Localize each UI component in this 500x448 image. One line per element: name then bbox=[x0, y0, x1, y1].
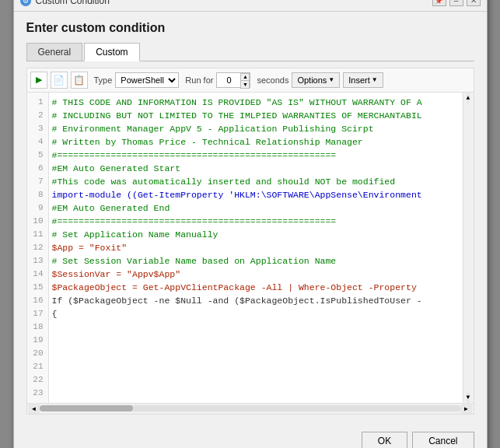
line-number: 18 bbox=[30, 320, 44, 334]
code-line: $App = "Foxit" bbox=[52, 241, 460, 254]
type-select[interactable]: PowerShell bbox=[115, 72, 179, 88]
code-line: If ($PackageObject -ne $Null -and ($Pack… bbox=[52, 294, 460, 307]
title-bar-controls: 📌 – ✕ bbox=[432, 0, 481, 6]
title-bar: ⚙ Custom Condition 📌 – ✕ bbox=[14, 0, 487, 12]
scroll-down-icon[interactable]: ▼ bbox=[467, 392, 470, 403]
line-number: 22 bbox=[30, 373, 44, 387]
h-scroll-track[interactable] bbox=[40, 405, 461, 411]
code-editor[interactable]: 1234567891011121314151617181920212223 # … bbox=[26, 92, 474, 415]
line-number: 4 bbox=[30, 135, 44, 149]
spin-down[interactable]: ▼ bbox=[241, 81, 249, 88]
spinner-buttons: ▲ ▼ bbox=[240, 73, 250, 89]
code-line: $SessionVar = "Appv$App" bbox=[52, 268, 460, 281]
horizontal-scrollbar[interactable]: ◀ ▶ bbox=[27, 403, 474, 414]
code-line: #EM Auto Generated End bbox=[52, 201, 460, 215]
line-number: 20 bbox=[30, 347, 44, 360]
line-number: 19 bbox=[30, 334, 44, 347]
line-number: 16 bbox=[30, 294, 44, 307]
line-number: 2 bbox=[30, 109, 44, 122]
run-for-label: Run for bbox=[185, 75, 213, 85]
toolbar-icon-green[interactable]: ▶ bbox=[30, 72, 47, 89]
line-number: 3 bbox=[30, 122, 44, 135]
scroll-up-icon[interactable]: ▲ bbox=[467, 93, 470, 103]
tab-custom[interactable]: Custom bbox=[84, 43, 139, 61]
close-button[interactable]: ✕ bbox=[467, 0, 481, 6]
line-number: 6 bbox=[30, 162, 44, 175]
line-number: 11 bbox=[30, 228, 44, 241]
line-number: 5 bbox=[30, 149, 44, 162]
line-number: 14 bbox=[30, 268, 44, 281]
code-line: #EM Auto Generated Start bbox=[52, 162, 460, 175]
toolbar-icon-doc[interactable]: 📄 bbox=[51, 72, 68, 89]
line-number: 9 bbox=[30, 201, 44, 215]
type-label: Type bbox=[94, 75, 113, 85]
scroll-right-icon[interactable]: ▶ bbox=[461, 403, 472, 414]
line-number: 15 bbox=[30, 281, 44, 294]
line-number: 17 bbox=[30, 307, 44, 320]
code-scroll-container: 1234567891011121314151617181920212223 # … bbox=[27, 93, 474, 403]
dialog-icon: ⚙ bbox=[20, 0, 31, 6]
line-number: 13 bbox=[30, 254, 44, 268]
code-line: import-module ((Get-ItemProperty 'HKLM:\… bbox=[52, 188, 460, 201]
code-line: # THIS CODE AND INFORMATION IS PROVIDED … bbox=[52, 96, 460, 109]
code-line: # Environment Manager AppV 5 - Applicati… bbox=[52, 122, 460, 135]
line-number: 7 bbox=[30, 175, 44, 188]
code-line: #=======================================… bbox=[52, 215, 460, 228]
line-number: 1 bbox=[30, 96, 44, 109]
line-number: 8 bbox=[30, 188, 44, 201]
scroll-left-icon[interactable]: ◀ bbox=[29, 403, 40, 414]
insert-chevron-icon: ▼ bbox=[372, 76, 378, 83]
code-line: # Set Session Variable Name based on App… bbox=[52, 254, 460, 268]
run-for-spinner[interactable]: ▲ ▼ bbox=[216, 72, 250, 88]
code-content: 1234567891011121314151617181920212223 # … bbox=[27, 93, 463, 403]
line-number: 23 bbox=[30, 387, 44, 400]
spin-up[interactable]: ▲ bbox=[241, 74, 249, 82]
code-line: #=======================================… bbox=[52, 149, 460, 162]
seconds-label: seconds bbox=[257, 75, 288, 85]
run-for-input[interactable] bbox=[217, 73, 240, 87]
minimize-button[interactable]: – bbox=[449, 0, 463, 6]
toolbar: ▶ 📄 📋 Type PowerShell Run for ▲ ▼ second… bbox=[26, 68, 474, 92]
tab-general[interactable]: General bbox=[26, 43, 83, 61]
options-button[interactable]: Options ▼ bbox=[292, 72, 340, 88]
code-line: # Written by Thomas Price - Technical Re… bbox=[52, 135, 460, 149]
line-numbers: 1234567891011121314151617181920212223 bbox=[27, 93, 49, 403]
line-number: 12 bbox=[30, 241, 44, 254]
toolbar-icon-page[interactable]: 📋 bbox=[71, 72, 88, 89]
dialog-heading: Enter custom condition bbox=[26, 21, 474, 35]
code-line: { bbox=[52, 307, 460, 320]
vertical-scrollbar[interactable]: ▲ ▼ bbox=[463, 93, 474, 403]
tabs-container: General Custom bbox=[26, 43, 474, 61]
cancel-button[interactable]: Cancel bbox=[412, 432, 474, 449]
dialog-footer: OK Cancel bbox=[14, 424, 487, 449]
code-line: #This code was automatically inserted an… bbox=[52, 175, 460, 188]
dialog-title: Custom Condition bbox=[36, 0, 110, 6]
line-number: 21 bbox=[30, 360, 44, 373]
pin-button[interactable]: 📌 bbox=[432, 0, 446, 6]
h-scroll-thumb bbox=[40, 405, 133, 411]
custom-condition-dialog: ⚙ Custom Condition 📌 – ✕ Enter custom co… bbox=[13, 0, 488, 448]
code-line: $PackageObject = Get-AppVClientPackage -… bbox=[52, 281, 460, 294]
options-chevron-icon: ▼ bbox=[328, 76, 334, 83]
line-number: 10 bbox=[30, 215, 44, 228]
code-lines: # THIS CODE AND INFORMATION IS PROVIDED … bbox=[49, 93, 463, 403]
ok-button[interactable]: OK bbox=[362, 432, 407, 449]
title-bar-left: ⚙ Custom Condition bbox=[20, 0, 110, 6]
dialog-body: Enter custom condition General Custom ▶ … bbox=[14, 12, 487, 424]
insert-button[interactable]: Insert ▼ bbox=[343, 72, 383, 88]
code-line: # Set Application Name Manually bbox=[52, 228, 460, 241]
code-line: # INCLUDING BUT NOT LIMITED TO THE IMLPI… bbox=[52, 109, 460, 122]
